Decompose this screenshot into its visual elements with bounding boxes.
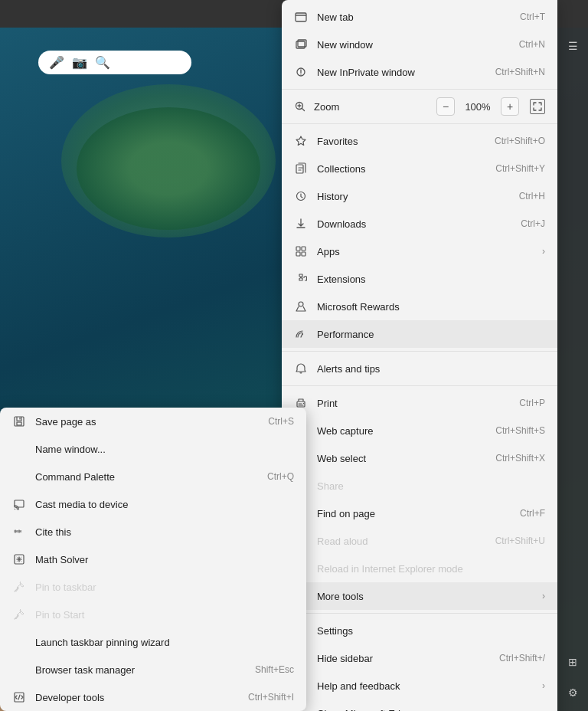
submenu-item-developer-tools[interactable]: Developer tools Ctrl+Shift+I xyxy=(0,683,306,711)
task-manager-label: Browser task manager xyxy=(35,664,246,676)
alerts-label: Alerts and tips xyxy=(317,363,536,375)
read-aloud-label: Read aloud xyxy=(317,536,486,547)
menu-item-history[interactable]: History Ctrl+H xyxy=(282,182,557,210)
zoom-row: Zoom − 100% + xyxy=(282,93,557,120)
menu-item-web-select[interactable]: Web select Ctrl+Shift+X xyxy=(282,444,557,472)
save-page-shortcut: Ctrl+S xyxy=(268,416,294,427)
menu-section-tools: Print Ctrl+P Web capture Ctrl+Shift+S We… xyxy=(282,386,557,614)
new-tab-shortcut: Ctrl+T xyxy=(520,11,545,22)
menu-item-apps[interactable]: Apps › xyxy=(282,238,557,265)
cite-this-icon xyxy=(12,525,26,539)
read-aloud-shortcut: Ctrl+Shift+U xyxy=(495,536,545,546)
sidebar-icon-1[interactable]: ☰ xyxy=(560,34,585,58)
inprivate-label: New InPrivate window xyxy=(317,67,486,78)
zoom-minus-button[interactable]: − xyxy=(436,97,455,116)
menu-item-favorites[interactable]: Favorites Ctrl+Shift+O xyxy=(282,127,557,155)
fullscreen-button[interactable] xyxy=(530,99,545,114)
web-capture-shortcut: Ctrl+Shift+S xyxy=(495,425,545,436)
submenu-item-cite-this[interactable]: Cite this xyxy=(0,518,306,546)
menu-item-hide-sidebar[interactable]: Hide sidebar Ctrl+Shift+/ xyxy=(282,644,557,672)
submenu-item-math-solver[interactable]: Math Solver xyxy=(0,546,306,573)
main-menu: New tab Ctrl+T New window Ctrl+N New InP… xyxy=(282,0,557,711)
menu-item-new-window[interactable]: New window Ctrl+N xyxy=(282,31,557,58)
collections-icon xyxy=(294,162,308,175)
svg-rect-9 xyxy=(302,247,305,251)
browser-sidebar: ☰ ⊞ ⚙ xyxy=(557,28,588,711)
submenu-item-pin-taskbar[interactable]: Pin to taskbar xyxy=(0,573,306,601)
svg-rect-8 xyxy=(296,247,300,251)
new-tab-label: New tab xyxy=(317,11,511,23)
downloads-label: Downloads xyxy=(317,218,511,230)
svg-point-4 xyxy=(300,74,301,74)
zoom-icon xyxy=(294,100,308,113)
command-palette-label: Command Palette xyxy=(35,471,258,483)
menu-item-settings[interactable]: Settings xyxy=(282,617,557,644)
web-select-label: Web select xyxy=(317,453,486,464)
help-arrow-icon: › xyxy=(542,680,545,691)
downloads-icon xyxy=(294,217,308,231)
zoom-value: 100% xyxy=(462,101,493,113)
menu-item-print[interactable]: Print Ctrl+P xyxy=(282,389,557,417)
svg-rect-6 xyxy=(296,165,303,173)
submenu-item-name-window[interactable]: Name window... xyxy=(0,435,306,463)
svg-rect-0 xyxy=(296,13,306,21)
task-manager-icon xyxy=(12,663,26,677)
favorites-shortcut: Ctrl+Shift+O xyxy=(495,136,545,146)
ms-rewards-icon xyxy=(294,300,308,313)
menu-section-new: New tab Ctrl+T New window Ctrl+N New InP… xyxy=(282,0,557,90)
menu-item-help[interactable]: Help and feedback › xyxy=(282,672,557,700)
inprivate-shortcut: Ctrl+Shift+N xyxy=(495,67,545,77)
new-window-icon xyxy=(294,38,308,51)
submenu-item-pin-start[interactable]: Pin to Start xyxy=(0,601,306,628)
cite-this-label: Cite this xyxy=(35,526,285,538)
apps-label: Apps xyxy=(317,246,524,257)
close-edge-label: Close Microsoft Edge xyxy=(317,708,545,712)
submenu-item-command-palette[interactable]: Command Palette Ctrl+Q xyxy=(0,463,306,490)
menu-item-read-aloud[interactable]: Read aloud Ctrl+Shift+U xyxy=(282,527,557,555)
menu-item-inprivate[interactable]: New InPrivate window Ctrl+Shift+N xyxy=(282,58,557,86)
menu-item-ms-rewards[interactable]: Microsoft Rewards xyxy=(282,293,557,320)
pinning-wizard-icon xyxy=(12,635,26,649)
history-shortcut: Ctrl+H xyxy=(519,191,545,202)
cast-media-label: Cast media to device xyxy=(35,499,285,510)
submenu-item-save-page[interactable]: Save page as Ctrl+S xyxy=(0,408,306,435)
submenu-item-pinning-wizard[interactable]: Launch taskbar pinning wizard xyxy=(0,628,306,656)
apps-arrow-icon: › xyxy=(542,246,545,257)
menu-item-alerts[interactable]: Alerts and tips xyxy=(282,355,557,382)
help-label: Help and feedback xyxy=(317,680,524,692)
name-window-icon xyxy=(12,442,26,456)
menu-item-reload-ie[interactable]: Reload in Internet Explorer mode xyxy=(282,555,557,582)
svg-point-15 xyxy=(303,403,304,404)
find-label: Find on page xyxy=(317,508,511,519)
menu-item-downloads[interactable]: Downloads Ctrl+J xyxy=(282,210,557,238)
zoom-controls: − 100% + xyxy=(436,97,545,116)
zoom-plus-button[interactable]: + xyxy=(501,97,519,116)
zoom-label: Zoom xyxy=(314,101,430,113)
menu-item-performance[interactable]: Performance xyxy=(282,320,557,348)
menu-item-web-capture[interactable]: Web capture Ctrl+Shift+S xyxy=(282,417,557,444)
menu-item-extensions[interactable]: Extensions xyxy=(282,265,557,293)
save-page-icon xyxy=(12,414,26,428)
menu-item-new-tab[interactable]: New tab Ctrl+T xyxy=(282,3,557,31)
submenu-item-cast-media[interactable]: Cast media to device xyxy=(0,490,306,518)
menu-item-collections[interactable]: Collections Ctrl+Shift+Y xyxy=(282,155,557,182)
svg-rect-29 xyxy=(17,422,21,425)
svg-rect-30 xyxy=(15,500,24,507)
more-tools-arrow-icon: › xyxy=(542,591,545,601)
menu-item-share[interactable]: Share xyxy=(282,472,557,500)
sidebar-icon-2[interactable]: ⊞ xyxy=(560,650,585,674)
submenu-item-task-manager[interactable]: Browser task manager Shift+Esc xyxy=(0,656,306,683)
downloads-shortcut: Ctrl+J xyxy=(521,218,545,229)
menu-item-more-tools[interactable]: More tools › xyxy=(282,582,557,610)
sidebar-icon-settings[interactable]: ⚙ xyxy=(560,680,585,705)
svg-point-13 xyxy=(302,333,303,335)
more-tools-submenu: Save page as Ctrl+S Name window... Comma… xyxy=(0,408,306,711)
inprivate-icon xyxy=(294,65,308,79)
menu-item-close-edge[interactable]: Close Microsoft Edge xyxy=(282,700,557,711)
svg-point-31 xyxy=(15,509,15,509)
menu-item-find[interactable]: Find on page Ctrl+F xyxy=(282,500,557,527)
save-page-label: Save page as xyxy=(35,416,259,428)
more-tools-label: More tools xyxy=(317,591,524,602)
find-shortcut: Ctrl+F xyxy=(520,508,545,519)
developer-tools-icon xyxy=(12,690,26,704)
